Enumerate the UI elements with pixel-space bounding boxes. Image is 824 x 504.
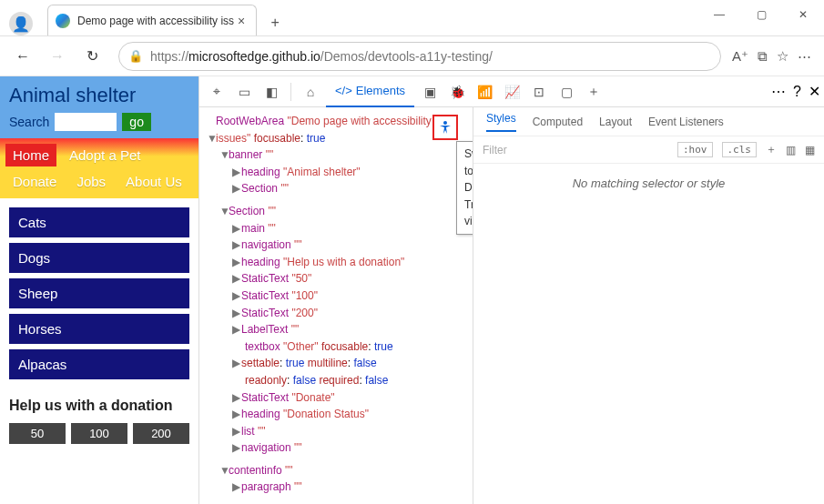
- accessibility-tree[interactable]: Switch to DOM Tree view RootWebArea "Dem…: [199, 107, 473, 504]
- donate-50[interactable]: 50: [9, 423, 66, 444]
- address-bar: ← → ↻ 🔒 https://microsoftedge.github.io/…: [0, 36, 824, 76]
- application-icon[interactable]: ▢: [554, 80, 578, 104]
- help-icon[interactable]: ?: [793, 84, 801, 100]
- more-tabs-icon[interactable]: ＋: [582, 80, 605, 104]
- network-icon[interactable]: 📶: [473, 80, 496, 104]
- memory-icon[interactable]: ⊡: [527, 80, 551, 104]
- device-icon[interactable]: ▭: [232, 80, 256, 104]
- webpage-content: Animal shelter Search go Home Adopt a Pe…: [0, 76, 198, 504]
- elements-tab[interactable]: </>Elements: [326, 76, 414, 107]
- dock-icon[interactable]: ◧: [259, 80, 283, 104]
- minimize-icon[interactable]: ―: [698, 0, 740, 29]
- console-icon[interactable]: ▣: [418, 80, 442, 104]
- close-devtools-icon[interactable]: ✕: [809, 83, 820, 100]
- computed-tab[interactable]: Computed: [533, 116, 583, 128]
- browser-titlebar: 👤 Demo page with accessibility iss × + ―…: [0, 0, 824, 36]
- nav-jobs[interactable]: Jobs: [69, 170, 113, 193]
- performance-icon[interactable]: 📈: [500, 80, 524, 104]
- inspect-icon[interactable]: ⌖: [205, 80, 229, 104]
- edge-favicon: [56, 14, 70, 28]
- nav-home[interactable]: Home: [5, 144, 56, 166]
- donate-heading: Help us with a donation: [0, 388, 198, 423]
- tab-title: Demo page with accessibility iss: [77, 15, 234, 27]
- url-field[interactable]: 🔒 https://microsoftedge.github.io/Demos/…: [118, 42, 721, 71]
- nav-adopt[interactable]: Adopt a Pet: [62, 144, 148, 166]
- settings-icon[interactable]: ⋯: [771, 83, 786, 100]
- back-button[interactable]: ←: [7, 41, 38, 72]
- url-text: https://microsoftedge.github.io/Demos/de…: [150, 49, 493, 64]
- lock-icon: 🔒: [128, 49, 143, 63]
- nav-donate[interactable]: Donate: [5, 170, 64, 193]
- more-icon[interactable]: ⋯: [798, 48, 811, 65]
- svg-point-0: [443, 121, 447, 125]
- browser-tab[interactable]: Demo page with accessibility iss ×: [47, 5, 257, 35]
- no-match-message: No matching selector or style: [473, 164, 824, 203]
- flexbox-icon[interactable]: ▥: [786, 144, 796, 156]
- collections-icon[interactable]: ⧉: [758, 48, 768, 65]
- new-tab-button[interactable]: +: [262, 10, 288, 35]
- event-listeners-tab[interactable]: Event Listeners: [648, 116, 724, 128]
- side-cats[interactable]: Cats: [9, 207, 189, 237]
- maximize-icon[interactable]: ▢: [740, 0, 782, 29]
- new-style-icon[interactable]: ＋: [766, 142, 777, 157]
- search-label: Search: [9, 115, 49, 129]
- cls-toggle[interactable]: .cls: [722, 142, 758, 157]
- sources-icon[interactable]: 🐞: [445, 80, 469, 104]
- page-title: Animal shelter: [9, 84, 189, 107]
- side-horses[interactable]: Horses: [9, 314, 189, 344]
- side-sheep[interactable]: Sheep: [9, 278, 189, 308]
- devtools-panel: ⌖ ▭ ◧ ⌂ </>Elements ▣ 🐞 📶 📈 ⊡ ▢ ＋ ⋯ ? ✕: [198, 76, 824, 504]
- main-nav: Home Adopt a Pet Donate Jobs About Us: [0, 138, 198, 198]
- refresh-button[interactable]: ↻: [76, 41, 107, 72]
- devtools-tabs: ⌖ ▭ ◧ ⌂ </>Elements ▣ 🐞 📶 📈 ⊡ ▢ ＋ ⋯ ? ✕: [199, 76, 824, 107]
- favorite-icon[interactable]: ☆: [777, 48, 788, 65]
- close-tab-icon[interactable]: ×: [234, 14, 249, 28]
- grid-icon[interactable]: ▦: [805, 144, 815, 156]
- donate-100[interactable]: 100: [71, 423, 127, 444]
- side-dogs[interactable]: Dogs: [9, 243, 189, 273]
- welcome-icon[interactable]: ⌂: [299, 80, 322, 104]
- filter-input[interactable]: Filter: [483, 144, 668, 156]
- hov-toggle[interactable]: :hov: [677, 142, 713, 157]
- go-button[interactable]: go: [122, 113, 151, 131]
- layout-tab[interactable]: Layout: [599, 116, 632, 128]
- a11y-toggle-button[interactable]: [432, 115, 458, 140]
- a11y-tooltip: Switch to DOM Tree view: [456, 141, 473, 235]
- nav-about[interactable]: About Us: [118, 170, 189, 193]
- styles-pane: Styles Computed Layout Event Listeners F…: [473, 107, 824, 504]
- donate-200[interactable]: 200: [133, 423, 189, 444]
- forward-button: →: [42, 41, 73, 72]
- profile-icon[interactable]: 👤: [9, 12, 33, 35]
- search-input[interactable]: [55, 113, 117, 131]
- read-aloud-icon[interactable]: A⁺: [732, 48, 748, 65]
- close-window-icon[interactable]: ✕: [782, 0, 824, 29]
- styles-tab[interactable]: Styles: [486, 112, 516, 132]
- window-controls: ― ▢ ✕: [698, 0, 824, 29]
- side-alpacas[interactable]: Alpacas: [9, 349, 189, 379]
